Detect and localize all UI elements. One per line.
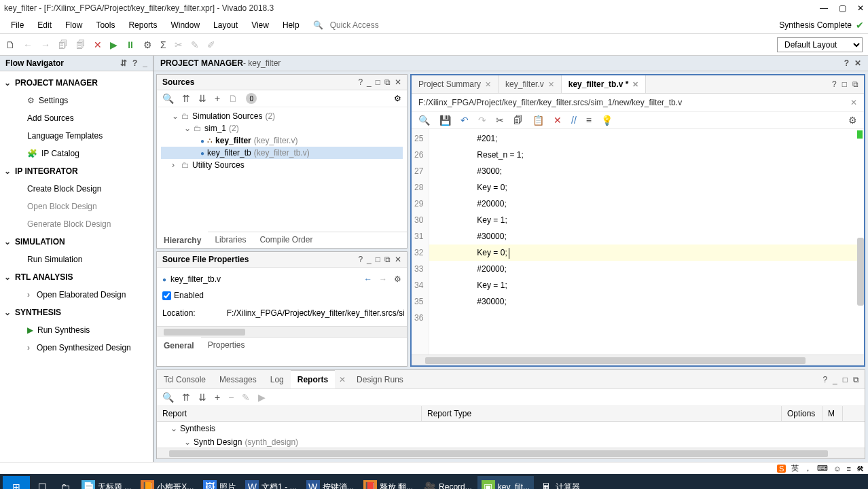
- tab-hierarchy[interactable]: Hierarchy: [157, 232, 208, 248]
- code-line[interactable]: Key = 1;: [429, 212, 864, 228]
- indent-icon[interactable]: ≡: [586, 115, 592, 126]
- taskbar-word1[interactable]: W文档1 - ...: [241, 476, 300, 489]
- file-icon[interactable]: 🗋: [228, 93, 238, 104]
- section-rtl[interactable]: RTL ANALYSIS: [0, 268, 153, 286]
- enabled-checkbox[interactable]: [162, 291, 171, 300]
- code-line[interactable]: #3000;: [429, 163, 864, 179]
- search-icon[interactable]: 🔍: [418, 115, 430, 126]
- vertical-scrollbar-thumb[interactable]: [857, 238, 864, 306]
- tab-design-runs[interactable]: Design Runs: [350, 371, 410, 388]
- menu-window[interactable]: Window: [164, 20, 206, 30]
- menu-help[interactable]: Help: [276, 20, 306, 30]
- ime-tool-icon[interactable]: 🛠: [856, 465, 864, 473]
- close-icon[interactable]: ✕: [395, 255, 401, 264]
- enabled-checkbox-label[interactable]: Enabled: [162, 291, 204, 300]
- taskbar-word2[interactable]: W按键消...: [302, 476, 358, 489]
- close-tab-icon[interactable]: ✕: [548, 80, 554, 89]
- close-icon[interactable]: ✕: [857, 3, 864, 13]
- table-row-synthesis[interactable]: ⌄ Synthesis: [157, 422, 865, 435]
- bulb-icon[interactable]: 💡: [601, 115, 613, 126]
- quick-access-input[interactable]: [326, 18, 421, 32]
- ime-s-icon[interactable]: S: [777, 465, 786, 473]
- paste-icon[interactable]: 📋: [532, 115, 544, 126]
- remove-icon[interactable]: −: [228, 392, 234, 403]
- gear-icon[interactable]: ⚙: [848, 115, 857, 126]
- nav-gen-bd[interactable]: Generate Block Design: [0, 215, 153, 233]
- wand-icon[interactable]: ✐: [207, 39, 215, 50]
- delete-icon[interactable]: ✕: [554, 115, 562, 126]
- add-icon[interactable]: +: [215, 392, 220, 403]
- col-report-type[interactable]: Report Type: [422, 406, 782, 421]
- gear-icon[interactable]: ⚙: [143, 39, 152, 50]
- close-tab-icon[interactable]: ✕: [632, 80, 638, 89]
- save-icon[interactable]: 💾: [439, 115, 451, 126]
- help-icon[interactable]: ?: [822, 375, 827, 384]
- nav-ip-catalog[interactable]: 🧩IP Catalog: [0, 145, 153, 162]
- ime-punct[interactable]: ，: [804, 463, 812, 473]
- back-icon[interactable]: ←: [23, 39, 33, 50]
- help-icon[interactable]: ?: [358, 255, 363, 264]
- menu-layout[interactable]: Layout: [206, 20, 245, 30]
- tab-log[interactable]: Log: [264, 371, 291, 388]
- close-icon[interactable]: ✕: [854, 58, 861, 68]
- code-line[interactable]: Key = 1;: [429, 277, 864, 293]
- copy-icon[interactable]: 🗐: [76, 39, 86, 50]
- copy-icon[interactable]: 🗐: [513, 115, 523, 126]
- ime-menu-icon[interactable]: ≡: [847, 465, 851, 473]
- minimize-icon[interactable]: —: [820, 3, 828, 13]
- taskbar-calc[interactable]: 🖩计算器: [535, 476, 584, 489]
- editor-hscrollbar[interactable]: [412, 355, 864, 365]
- section-ip-integrator[interactable]: IP INTEGRATOR: [0, 162, 153, 180]
- col-options[interactable]: Options: [782, 406, 822, 421]
- taskbar-record[interactable]: 🎥Record...: [418, 476, 476, 489]
- taskbar-xiaomei[interactable]: 📙小梅哥X...: [137, 476, 198, 489]
- code-lines[interactable]: #201; Reset_n = 1; #3000; Key = 0; #2000…: [429, 129, 864, 355]
- tab-properties[interactable]: Properties: [201, 338, 252, 353]
- expand-icon[interactable]: ⇊: [198, 93, 206, 104]
- maximize-icon[interactable]: □: [376, 77, 380, 87]
- tree-sim1[interactable]: ⌄ 🗀 sim_1 (2): [161, 122, 403, 134]
- tree-utility-sources[interactable]: › 🗀 Utility Sources: [161, 159, 403, 171]
- undo-icon[interactable]: ↶: [460, 115, 469, 126]
- tree-key-filter[interactable]: ● ∴ key_filter (key_filter.v): [161, 134, 403, 147]
- collapse-icon[interactable]: ⇈: [182, 93, 190, 104]
- col-m[interactable]: M: [822, 406, 843, 421]
- menu-file[interactable]: File: [4, 20, 31, 30]
- nav-open-elab[interactable]: ›Open Elaborated Design: [0, 286, 153, 304]
- prev-arrow-icon[interactable]: ←: [364, 274, 372, 284]
- maximize-icon[interactable]: ▢: [839, 3, 846, 13]
- sigma-icon[interactable]: Σ: [160, 39, 166, 50]
- code-line[interactable]: #20000;: [429, 261, 864, 277]
- help-icon[interactable]: ?: [832, 79, 837, 89]
- expand-icon[interactable]: ⇊: [198, 392, 206, 403]
- tab-general[interactable]: General: [157, 337, 201, 353]
- layout-dropdown[interactable]: Default Layout: [777, 37, 863, 52]
- help-icon[interactable]: ?: [844, 58, 849, 68]
- taskbar-dict[interactable]: 📕释放 翻...: [359, 476, 417, 489]
- code-line[interactable]: Key = 0;: [429, 179, 864, 196]
- taskview-button[interactable]: ☐: [31, 476, 53, 489]
- taskbar-vivado[interactable]: ▣key_filt...: [477, 476, 534, 489]
- table-row-synth-design[interactable]: ⌄ Synth Design (synth_design): [157, 435, 865, 448]
- tab-libraries[interactable]: Libraries: [208, 232, 253, 248]
- nav-create-bd[interactable]: Create Block Design: [0, 180, 153, 198]
- float-icon[interactable]: ⧉: [852, 79, 858, 89]
- search-icon[interactable]: 🔍: [162, 392, 174, 403]
- bottom-hscrollbar[interactable]: [157, 448, 865, 458]
- step-icon[interactable]: ⏸: [126, 39, 135, 50]
- close-tab-icon[interactable]: ✕: [485, 80, 491, 89]
- redo-icon[interactable]: ↷: [478, 115, 486, 126]
- nav-open-bd[interactable]: Open Block Design: [0, 198, 153, 215]
- menu-edit[interactable]: Edit: [31, 20, 58, 30]
- code-line[interactable]: #201;: [429, 130, 864, 147]
- tab-project-summary[interactable]: Project Summary ✕: [412, 75, 499, 93]
- run-icon[interactable]: ▶: [258, 392, 266, 403]
- sfp-hscrollbar[interactable]: [157, 326, 407, 337]
- cut-icon[interactable]: ✂: [496, 115, 504, 126]
- close-tab-icon[interactable]: ✕: [335, 375, 350, 384]
- minimize-icon[interactable]: _: [833, 375, 837, 384]
- comment-icon[interactable]: //: [571, 115, 577, 126]
- code-line[interactable]: Reset_n = 1;: [429, 147, 864, 163]
- close-icon[interactable]: ✕: [395, 77, 401, 87]
- tree-key-filter-tb[interactable]: ● key_filter_tb (key_filter_tb.v): [161, 147, 403, 159]
